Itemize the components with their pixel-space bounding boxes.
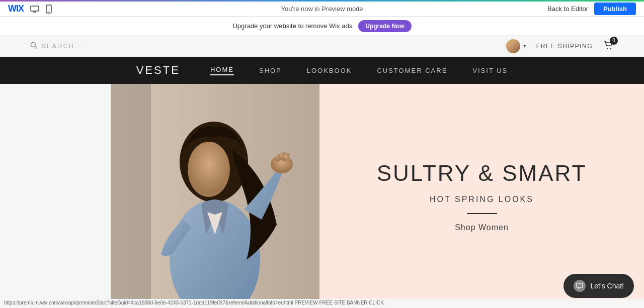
- search-area[interactable]: SEARCH...: [30, 42, 83, 50]
- site-header-top: SEARCH... ▾ FREE SHIPPING 0: [0, 36, 644, 57]
- header-right: ▾ FREE SHIPPING 0: [506, 39, 614, 53]
- back-to-editor-link[interactable]: Back to Editor: [547, 5, 588, 13]
- chat-label: Let's Chat!: [591, 282, 624, 290]
- nav-item-customer-care[interactable]: CUSTOMER CARE: [377, 67, 447, 74]
- svg-point-7: [607, 48, 608, 49]
- wix-logo: WIX: [8, 4, 24, 14]
- svg-rect-0: [31, 6, 39, 11]
- hero-image: [111, 84, 319, 308]
- publish-button[interactable]: Publish: [594, 3, 636, 15]
- nav-item-visit-us[interactable]: VISIT US: [472, 67, 508, 74]
- cart-count: 0: [610, 37, 618, 45]
- svg-rect-10: [111, 84, 151, 308]
- chat-icon: [574, 280, 586, 292]
- upgrade-now-button[interactable]: Upgrade Now: [358, 20, 411, 32]
- svg-line-6: [35, 47, 37, 49]
- account-chevron-icon: ▾: [523, 43, 526, 49]
- editor-bar-right: Back to Editor Publish: [547, 3, 636, 15]
- upgrade-banner-text: Upgrade your website to remove Wix ads: [232, 22, 352, 30]
- account-area[interactable]: ▾: [506, 39, 526, 53]
- svg-point-4: [48, 11, 49, 12]
- preview-mode-text: You're now in Preview mode: [281, 5, 363, 13]
- upgrade-banner: Upgrade your website to remove Wix ads U…: [0, 17, 644, 36]
- editor-bar-left: WIX: [8, 4, 54, 14]
- nav-item-shop[interactable]: SHOP: [259, 67, 282, 74]
- hero-divider: [467, 213, 497, 214]
- search-placeholder[interactable]: SEARCH...: [41, 42, 83, 50]
- svg-point-15: [188, 142, 230, 197]
- status-bar: https://premium.wix.com/wix/api/premiumS…: [0, 299, 644, 308]
- shop-women-link[interactable]: Shop Women: [455, 223, 509, 232]
- nav-item-lookbook[interactable]: LOOKBOOK: [307, 67, 352, 74]
- chat-button[interactable]: Let's Chat!: [564, 274, 634, 298]
- hero-subtitle: HOT SPRING LOOKS: [430, 195, 534, 204]
- site-nav: VESTE HOME SHOP LOOKBOOK CUSTOMER CARE V…: [0, 57, 644, 84]
- nav-items: HOME SHOP LOOKBOOK CUSTOMER CARE VISIT U…: [210, 66, 508, 75]
- hero-section: SULTRY & SMART HOT SPRING LOOKS Shop Wom…: [0, 84, 644, 308]
- svg-point-8: [610, 48, 611, 49]
- hero-left-panel: [0, 84, 111, 308]
- mobile-icon[interactable]: [44, 4, 54, 14]
- device-icons: [30, 4, 54, 14]
- free-shipping-label: FREE SHIPPING: [536, 43, 593, 50]
- woman-silhouette: [111, 84, 319, 308]
- cart-icon[interactable]: 0: [603, 40, 614, 53]
- editor-bar: WIX You're now in Preview mode Back to E…: [0, 2, 644, 17]
- nav-item-home[interactable]: HOME: [210, 66, 234, 75]
- status-bar-url: https://premium.wix.com/wix/api/premiumS…: [4, 300, 384, 305]
- brand-name[interactable]: VESTE: [136, 64, 180, 77]
- hero-title: SULTRY & SMART: [377, 161, 587, 185]
- avatar-image: [506, 39, 520, 53]
- desktop-icon[interactable]: [30, 4, 40, 14]
- search-icon: [30, 42, 37, 50]
- avatar: [506, 39, 520, 53]
